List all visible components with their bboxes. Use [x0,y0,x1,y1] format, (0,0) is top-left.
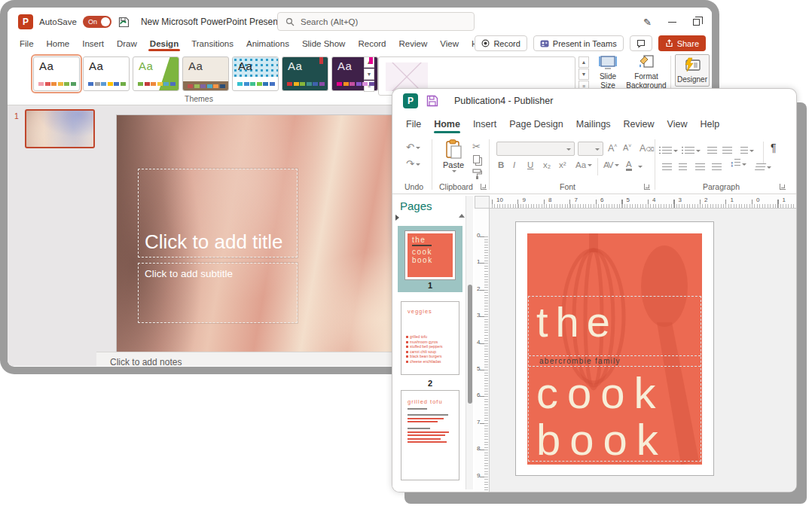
show-formatting-button[interactable]: ¶ [771,142,777,153]
family-text-frame[interactable]: abercrombie family [529,356,701,367]
comments-button[interactable] [630,35,652,51]
format-background-button[interactable]: Format Background [625,54,667,90]
tab-animations[interactable]: Animations [246,39,289,48]
cut-button[interactable]: ✂ [472,142,481,151]
columns-button[interactable] [740,144,754,157]
publisher-canvas[interactable]: the abercrombie family cook book [490,209,796,492]
line-spacing-button[interactable]: ↕ [730,159,746,168]
font-color-dropdown-icon[interactable] [638,166,643,168]
paragraph-group-label: Paragraph [703,182,740,191]
font-size-combobox[interactable] [578,142,603,156]
page-thumbnail-1[interactable]: the cook book 1 [398,226,462,292]
font-dialog-launcher-icon[interactable] [644,184,650,190]
tab-file[interactable]: File [20,39,34,48]
tab-design[interactable]: Design [150,39,179,48]
shrink-font-button[interactable]: A˅ [623,143,631,152]
variants-up-icon[interactable]: ▲ [578,56,589,68]
text-fit-icon [755,163,766,171]
search-box[interactable]: Search (Alt+Q) [277,12,475,31]
superscript-button[interactable]: x² [559,160,566,169]
present-in-teams-button[interactable]: Present in Teams [533,35,624,51]
minimize-button[interactable] [668,22,676,23]
grow-font-button[interactable]: A˄ [608,143,617,154]
theme-thumbnail-5[interactable]: Aa [232,56,279,91]
change-case-button[interactable]: Aa [575,160,592,169]
pages-collapse-icon[interactable] [395,215,399,221]
tab-mailings[interactable]: Mailings [576,119,611,130]
increase-indent-button[interactable] [722,144,732,157]
text-fit-button[interactable] [756,160,771,174]
restore-button[interactable] [693,19,700,26]
font-color-button[interactable]: A [626,160,632,171]
character-spacing-button[interactable]: AV [603,160,619,169]
tab-slide-show[interactable]: Slide Show [302,39,346,48]
theme-thumbnail-1[interactable]: Aa [33,56,80,91]
pages-scroll-up-icon[interactable] [459,214,465,218]
tab-insert[interactable]: Insert [82,39,104,48]
page-thumbnail-2[interactable]: veggies grilled tofumushroom gyrosstuffe… [401,301,459,375]
variants-down-icon[interactable]: ▼ [578,69,589,80]
undo-button[interactable]: ↶ [406,142,420,152]
tab-insert[interactable]: Insert [473,119,496,130]
save-icon[interactable] [426,94,439,108]
clear-formatting-button[interactable]: A⌫ [640,143,655,154]
align-left-button[interactable] [662,160,672,174]
title-text-frame[interactable]: the [529,301,701,356]
tab-home[interactable]: Home [434,119,460,130]
italic-button[interactable]: I [513,160,515,169]
bold-button[interactable]: B [498,160,504,169]
tab-draw[interactable]: Draw [117,39,137,48]
theme-thumbnail-2[interactable]: Aa [83,56,130,91]
tab-review[interactable]: Review [399,39,428,48]
subtitle-placeholder[interactable]: Click to add subtitle [138,263,298,323]
cover-background[interactable]: the abercrombie family cook book [527,233,702,465]
redo-button[interactable]: ↷ [406,159,420,169]
decrease-indent-button[interactable] [707,144,717,157]
save-icon[interactable] [118,16,130,29]
tab-home[interactable]: Home [47,39,70,48]
title-placeholder[interactable]: Click to add title [138,169,298,258]
theme-thumbnail-6[interactable]: Aa [282,56,328,91]
bullets-button[interactable] [662,144,678,157]
variant-swatch[interactable] [386,62,428,91]
tab-view[interactable]: View [667,119,688,130]
columns-icon [740,147,748,154]
slide-thumbnail[interactable] [25,109,95,148]
page-thumbnail-3[interactable]: grilled tofu [401,390,459,480]
draw-icon[interactable]: ✎ [643,17,652,28]
numbering-button[interactable] [685,144,701,157]
tab-view[interactable]: View [440,39,459,48]
subscript-button[interactable]: x₂ [543,160,551,169]
align-center-button[interactable] [679,160,687,174]
powerpoint-ribbon-tabs-row: FileHomeInsertDrawDesignTransitionsAnima… [8,36,712,51]
tab-review[interactable]: Review [624,119,655,130]
justify-button[interactable] [712,160,722,174]
tab-file[interactable]: File [406,119,421,130]
clipboard-dialog-launcher-icon[interactable] [481,184,487,190]
tab-transitions[interactable]: Transitions [191,39,234,48]
tab-record[interactable]: Record [358,39,386,48]
paste-button[interactable]: Paste [439,139,468,180]
theme-thumbnail-4[interactable]: Aa [182,56,229,91]
vertical-ruler[interactable]: 012345678910 [475,209,490,492]
designer-button[interactable]: Designer [675,54,710,87]
share-button[interactable]: Share [658,35,706,51]
publication-page[interactable]: the abercrombie family cook book [515,221,714,476]
cookbook-text-frame[interactable]: cook book [529,367,701,462]
paragraph-dialog-launcher-icon[interactable] [780,184,786,190]
pages-scrollbar-thumb[interactable] [468,285,472,404]
theme-thumbnail-3[interactable]: Aa [133,56,179,91]
horizontal-ruler[interactable]: 1098765432101 [490,196,796,209]
color-swatch [151,82,156,86]
tab-page-design[interactable]: Page Design [509,119,563,130]
gallery-down-icon[interactable]: ▼ [364,69,374,80]
underline-button[interactable]: U [527,160,533,169]
format-painter-button[interactable] [472,169,482,179]
pages-scrollbar[interactable] [466,196,473,489]
autosave-toggle[interactable]: On [83,16,111,28]
copy-button[interactable] [473,155,480,163]
tab-help[interactable]: Help [700,119,719,130]
font-name-combobox[interactable] [496,142,575,156]
record-button[interactable]: Record [475,35,527,51]
align-right-button[interactable] [695,160,705,174]
